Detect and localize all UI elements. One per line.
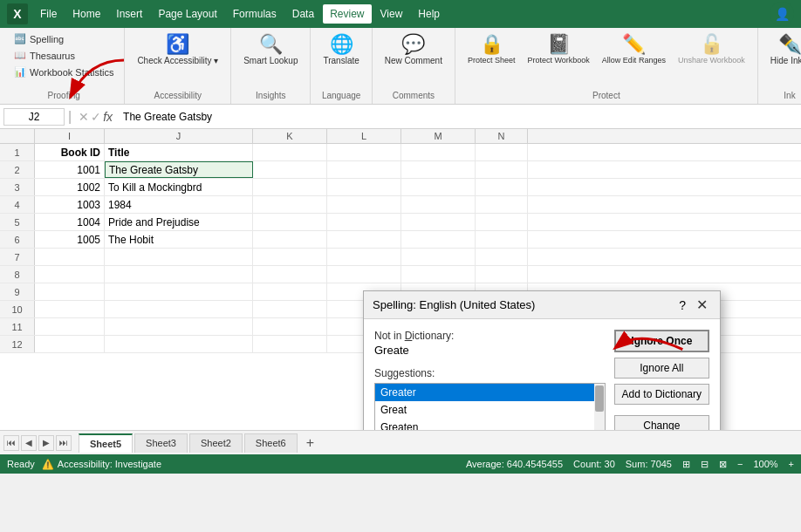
help-icon[interactable]: ? [679, 298, 686, 312]
cell-I[interactable]: 1004 [35, 214, 105, 230]
cell-I[interactable]: 1001 [35, 161, 105, 178]
cell-J[interactable] [105, 301, 253, 317]
cell-M[interactable] [401, 144, 476, 160]
cell-J[interactable] [105, 266, 253, 283]
cell-J[interactable] [105, 336, 253, 352]
row-number[interactable]: 3 [0, 179, 35, 195]
menu-help[interactable]: Help [411, 4, 447, 24]
menu-insert[interactable]: Insert [109, 4, 149, 24]
cell-N[interactable] [476, 249, 528, 265]
formula-input[interactable] [120, 109, 798, 125]
row-number[interactable]: 12 [0, 336, 35, 352]
dialog-close-button[interactable]: ✕ [693, 297, 711, 313]
cell-I[interactable] [35, 249, 105, 265]
cell-J[interactable]: Pride and Prejudise [105, 214, 253, 230]
menu-home[interactable]: Home [65, 4, 107, 24]
sheet-nav-next[interactable]: ▶ [38, 435, 54, 451]
cell-I[interactable]: 1003 [35, 196, 105, 213]
cell-J[interactable] [105, 249, 253, 265]
table-row[interactable]: 21001The Greate Gatsby [0, 161, 801, 179]
menu-formulas[interactable]: Formulas [226, 4, 284, 24]
cell-K[interactable] [253, 179, 327, 195]
cell-L[interactable] [327, 266, 401, 283]
cell-I[interactable] [35, 301, 105, 317]
cell-I[interactable]: 1005 [35, 231, 105, 248]
cell-M[interactable] [401, 231, 476, 248]
sheet-tab-sheet3[interactable]: Sheet3 [134, 433, 188, 453]
cell-K[interactable] [253, 249, 327, 265]
suggestion-item[interactable]: Great [375, 401, 605, 419]
view-normal-icon[interactable]: ⊞ [682, 459, 690, 470]
cell-J[interactable]: To Kill a Mockingbrd [105, 179, 253, 195]
cell-K[interactable] [253, 144, 327, 160]
accessibility-status[interactable]: ⚠️ Accessibility: Investigate [42, 459, 161, 470]
row-number[interactable]: 7 [0, 249, 35, 265]
hide-ink-button[interactable]: ✒️ Hide Ink ▾ [765, 31, 801, 69]
table-row[interactable]: 8 [0, 266, 801, 283]
cell-M[interactable] [401, 179, 476, 195]
col-header-M[interactable]: M [401, 129, 476, 143]
cell-M[interactable] [401, 196, 476, 213]
protect-workbook-button[interactable]: 📓 Protect Workbook [522, 31, 594, 68]
protect-sheet-button[interactable]: 🔒 Protect Sheet [462, 31, 521, 68]
view-layout-icon[interactable]: ⊟ [701, 459, 709, 470]
cell-M[interactable] [401, 266, 476, 283]
sheet-tab-sheet6[interactable]: Sheet6 [244, 433, 298, 453]
row-number[interactable]: 1 [0, 144, 35, 160]
translate-button[interactable]: 🌐 Translate [318, 31, 364, 69]
menu-view[interactable]: View [373, 4, 410, 24]
cell-J[interactable]: Title [105, 144, 253, 160]
cell-I[interactable]: Book ID [35, 144, 105, 160]
function-icon[interactable]: fx [103, 110, 113, 124]
cell-L[interactable] [327, 249, 401, 265]
confirm-icon[interactable]: ✓ [91, 110, 101, 124]
cell-L[interactable] [327, 144, 401, 160]
table-row[interactable]: 1Book IDTitle [0, 144, 801, 161]
spelling-button[interactable]: 🔤 Spelling [10, 31, 117, 46]
table-row[interactable]: 31002To Kill a Mockingbrd [0, 179, 801, 196]
cell-K[interactable] [253, 266, 327, 283]
cell-L[interactable] [327, 214, 401, 230]
row-number[interactable]: 6 [0, 231, 35, 248]
cell-N[interactable] [476, 231, 528, 248]
cell-I[interactable] [35, 318, 105, 335]
cell-L[interactable] [327, 196, 401, 213]
sheet-nav-prev[interactable]: ◀ [21, 435, 37, 451]
cell-N[interactable] [476, 266, 528, 283]
add-to-dict-button[interactable]: Add to Dictionary [614, 384, 709, 405]
cell-I[interactable]: 1002 [35, 179, 105, 195]
menu-page-layout[interactable]: Page Layout [151, 4, 223, 24]
ignore-all-button[interactable]: Ignore All [614, 358, 709, 379]
cell-N[interactable] [476, 196, 528, 213]
col-header-J[interactable]: J [105, 129, 253, 143]
change-button[interactable]: Change [614, 415, 709, 430]
zoom-out-icon[interactable]: − [737, 459, 743, 469]
sheet-tab-sheet2[interactable]: Sheet2 [189, 433, 243, 453]
cell-J[interactable] [105, 283, 253, 300]
menu-data[interactable]: Data [285, 4, 321, 24]
cell-J[interactable]: 1984 [105, 196, 253, 213]
cell-N[interactable] [476, 214, 528, 230]
cell-L[interactable] [327, 231, 401, 248]
cell-M[interactable] [401, 214, 476, 230]
sheet-nav-last[interactable]: ⏭ [56, 435, 72, 451]
cell-J[interactable]: The Hobit [105, 231, 253, 248]
cell-K[interactable] [253, 231, 327, 248]
suggestions-list[interactable]: GreaterGreatGreatenGrateGreaseGreste [374, 383, 606, 430]
cell-K[interactable] [253, 214, 327, 230]
sheet-tab-sheet5[interactable]: Sheet5 [79, 433, 133, 453]
cell-N[interactable] [476, 161, 528, 178]
table-row[interactable]: 51004Pride and Prejudise [0, 214, 801, 231]
cell-J[interactable] [105, 318, 253, 335]
cell-N[interactable] [476, 179, 528, 195]
row-number[interactable]: 8 [0, 266, 35, 283]
cell-K[interactable] [253, 283, 327, 300]
cancel-icon[interactable]: ✕ [79, 110, 89, 124]
zoom-in-icon[interactable]: + [789, 459, 794, 469]
col-header-K[interactable]: K [253, 129, 327, 143]
new-comment-button[interactable]: 💬 New Comment [380, 31, 448, 69]
add-sheet-button[interactable]: + [299, 432, 321, 454]
col-header-I[interactable]: I [35, 129, 105, 143]
suggestion-item[interactable]: Greater [375, 384, 605, 401]
cell-K[interactable] [253, 196, 327, 213]
